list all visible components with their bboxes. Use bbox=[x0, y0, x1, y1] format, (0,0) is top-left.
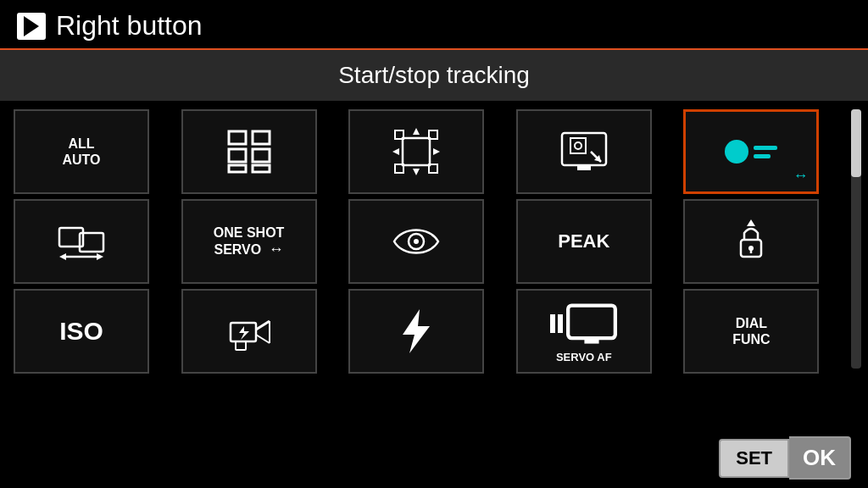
header-title: Right button bbox=[56, 10, 203, 42]
svg-rect-40 bbox=[585, 338, 599, 343]
tracking-circle bbox=[725, 140, 748, 164]
cell-peak-label: PEAK bbox=[558, 230, 609, 252]
move-icon bbox=[391, 126, 442, 177]
frame-switch-icon bbox=[56, 216, 107, 267]
tracking-line-1 bbox=[754, 146, 777, 150]
flash-gun-icon bbox=[224, 306, 275, 357]
servo-af-screen bbox=[566, 298, 617, 349]
cell-iso[interactable]: ISO bbox=[14, 289, 149, 374]
svg-rect-1 bbox=[253, 131, 270, 144]
svg-marker-13 bbox=[392, 148, 399, 155]
cell-tracking[interactable]: ↔ bbox=[683, 109, 819, 194]
svg-marker-36 bbox=[239, 326, 249, 340]
focus-switch-icon bbox=[559, 126, 609, 177]
cell-frame-switch[interactable] bbox=[14, 199, 149, 284]
cell-all-auto[interactable]: ALLAUTO bbox=[14, 109, 149, 194]
grid: ALLAUTO bbox=[14, 109, 846, 374]
svg-rect-37 bbox=[236, 341, 246, 350]
svg-marker-14 bbox=[433, 148, 440, 155]
cell-dial-func[interactable]: DIALFUNC bbox=[683, 289, 819, 374]
svg-marker-24 bbox=[59, 253, 66, 260]
play-icon bbox=[24, 16, 39, 36]
svg-rect-4 bbox=[229, 165, 246, 172]
svg-marker-31 bbox=[747, 219, 755, 226]
svg-rect-0 bbox=[229, 131, 246, 144]
cell-move[interactable] bbox=[348, 109, 484, 194]
svg-rect-3 bbox=[253, 149, 270, 162]
cell-flash-small[interactable] bbox=[683, 199, 819, 284]
svg-marker-11 bbox=[413, 128, 420, 135]
subtitle-text: Start/stop tracking bbox=[338, 62, 530, 88]
tracking-lines bbox=[754, 146, 777, 158]
cell-one-shot-servo[interactable]: ONE SHOTSERVO ↔ bbox=[181, 199, 317, 284]
grid-container: ALLAUTO bbox=[0, 109, 868, 374]
header: Right button bbox=[0, 0, 868, 48]
cell-flash-gun[interactable] bbox=[181, 289, 317, 374]
cell-eye[interactable] bbox=[348, 199, 484, 284]
svg-line-34 bbox=[256, 335, 270, 343]
svg-rect-16 bbox=[570, 138, 586, 153]
scrollbar-thumb bbox=[851, 109, 861, 177]
cell-servo-af[interactable]: SERVO AF bbox=[516, 289, 652, 374]
tracking-icon bbox=[725, 140, 777, 164]
svg-marker-25 bbox=[97, 253, 103, 260]
cell-iso-label: ISO bbox=[59, 316, 103, 347]
svg-point-17 bbox=[575, 142, 581, 149]
svg-rect-2 bbox=[229, 149, 246, 162]
cell-dial-func-label: DIALFUNC bbox=[732, 315, 770, 347]
servo-af-icon-row bbox=[550, 298, 617, 349]
svg-point-27 bbox=[414, 239, 419, 244]
cell-grid[interactable] bbox=[181, 109, 317, 194]
cell-peak[interactable]: PEAK bbox=[516, 199, 652, 284]
cell-servo-af-label: SERVO AF bbox=[556, 351, 612, 364]
cell-all-auto-label: ALLAUTO bbox=[62, 136, 100, 168]
svg-rect-39 bbox=[568, 306, 615, 339]
svg-marker-38 bbox=[403, 309, 430, 353]
eye-icon bbox=[391, 216, 442, 267]
svg-rect-5 bbox=[253, 165, 270, 172]
one-shot-servo-arrow: ↔ bbox=[269, 241, 284, 258]
lightning-icon bbox=[391, 306, 442, 357]
tracking-line-2 bbox=[754, 154, 771, 158]
svg-marker-12 bbox=[413, 169, 420, 175]
set-button[interactable]: SET bbox=[719, 439, 789, 478]
ok-label: OK bbox=[789, 436, 851, 480]
flash-small-icon bbox=[726, 216, 776, 267]
svg-rect-6 bbox=[403, 138, 430, 165]
tracking-arrow-icon: ↔ bbox=[793, 167, 808, 185]
svg-rect-20 bbox=[577, 165, 591, 170]
grid-icon bbox=[224, 126, 275, 177]
scrollbar[interactable] bbox=[851, 109, 861, 369]
bottom-bar: SET OK bbox=[719, 436, 851, 480]
cell-focus-switch[interactable] bbox=[516, 109, 652, 194]
play-icon-container bbox=[17, 13, 46, 40]
subtitle-bar: Start/stop tracking bbox=[0, 50, 868, 101]
svg-line-33 bbox=[256, 321, 270, 330]
cell-lightning[interactable] bbox=[348, 289, 484, 374]
